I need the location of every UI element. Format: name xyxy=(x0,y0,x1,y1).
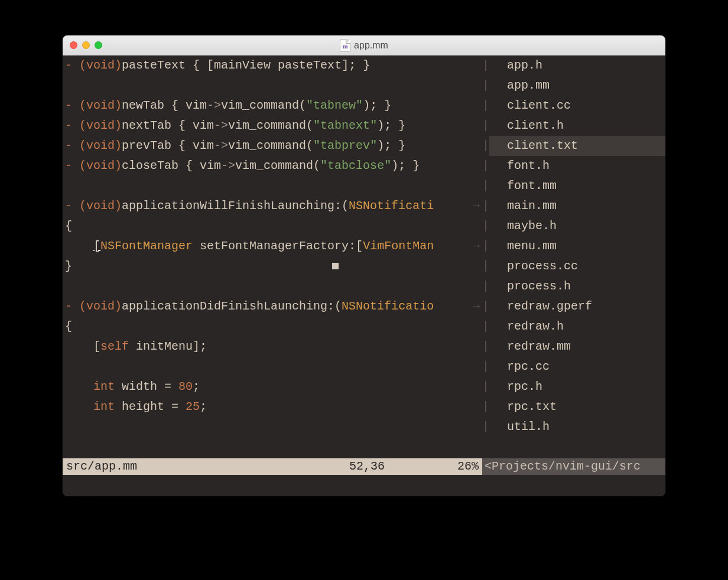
vsplit-segment: | xyxy=(482,417,489,437)
file-list-item[interactable]: app.h xyxy=(489,56,665,76)
traffic-lights xyxy=(63,41,102,49)
status-file-path: src/app.mm xyxy=(66,458,349,475)
status-scroll-percent: 26% xyxy=(450,458,482,475)
zoom-window-button[interactable] xyxy=(95,41,102,49)
vsplit-segment: | xyxy=(482,196,489,216)
file-list-item[interactable]: client.txt xyxy=(489,136,665,156)
file-list-item[interactable]: main.mm xyxy=(489,196,665,216)
titlebar[interactable]: m app.mm xyxy=(63,35,665,56)
code-line[interactable]: - (void)applicationDidFinishLaunching:(N… xyxy=(63,296,482,317)
file-list-item[interactable]: rpc.cc xyxy=(489,357,665,377)
status-left: src/app.mm 52,36 26% xyxy=(63,458,482,475)
file-list-item[interactable]: process.h xyxy=(489,276,665,296)
minimize-window-button[interactable] xyxy=(82,41,90,49)
code-line[interactable]: int width = 80; xyxy=(63,377,482,397)
file-type-icon: m xyxy=(340,39,350,52)
vsplit-segment: | xyxy=(482,136,489,156)
vsplit-segment: | xyxy=(482,56,489,76)
file-list-item[interactable]: font.mm xyxy=(489,176,665,196)
editor-window: m app.mm - (void)pasteText { [mainView p… xyxy=(63,35,665,496)
file-list-item[interactable]: redraw.gperf xyxy=(489,296,665,317)
file-list-item[interactable]: redraw.h xyxy=(489,317,665,337)
window-title-text: app.mm xyxy=(354,40,388,51)
code-line[interactable]: - (void)closeTab { vim->vim_command("tab… xyxy=(63,156,482,176)
file-list-item[interactable]: client.cc xyxy=(489,96,665,116)
code-pane[interactable]: - (void)pasteText { [mainView pasteText]… xyxy=(63,56,482,458)
vsplit-segment: | xyxy=(482,377,489,397)
code-line[interactable]: - (void)nextTab { vim->vim_command("tabn… xyxy=(63,116,482,136)
vsplit-segment: | xyxy=(482,357,489,377)
file-list-item[interactable]: rpc.txt xyxy=(489,397,665,417)
code-line[interactable] xyxy=(63,276,482,296)
vsplit-segment: | xyxy=(482,397,489,417)
file-list-item[interactable]: font.h xyxy=(489,156,665,176)
code-line[interactable] xyxy=(63,76,482,96)
vsplit-segment: | xyxy=(482,317,489,337)
code-line[interactable]: - (void)applicationWillFinishLaunching:(… xyxy=(63,196,482,216)
file-list-item[interactable]: redraw.mm xyxy=(489,337,665,357)
code-line[interactable] xyxy=(63,417,482,437)
code-line[interactable]: { xyxy=(63,317,482,337)
code-line[interactable] xyxy=(63,357,482,377)
code-line[interactable]: } xyxy=(63,256,482,276)
file-list-item[interactable]: process.cc xyxy=(489,256,665,276)
status-right-path: <Projects/nvim-gui/src xyxy=(482,458,665,475)
close-window-button[interactable] xyxy=(70,41,77,49)
line-wrap-icon: → xyxy=(473,236,480,256)
vsplit-segment: | xyxy=(482,96,489,116)
file-list-item[interactable]: client.h xyxy=(489,116,665,136)
code-line[interactable]: [NSFontManager setFontManagerFactory:[Vi… xyxy=(63,236,482,256)
status-bar: src/app.mm 52,36 26% <Projects/nvim-gui/… xyxy=(63,458,665,475)
vsplit-segment: | xyxy=(482,337,489,357)
line-wrap-icon: → xyxy=(473,196,480,216)
vsplit-segment: | xyxy=(482,116,489,136)
editor-body: - (void)pasteText { [mainView pasteText]… xyxy=(63,56,665,458)
code-line[interactable]: - (void)newTab { vim->vim_command("tabne… xyxy=(63,96,482,116)
code-line[interactable]: [self initMenu]; xyxy=(63,337,482,357)
vsplit-segment: | xyxy=(482,236,489,256)
vsplit-segment: | xyxy=(482,76,489,96)
file-list-item[interactable]: maybe.h xyxy=(489,216,665,236)
vsplit-segment: | xyxy=(482,176,489,196)
file-icon-letter: m xyxy=(343,43,348,50)
file-browser-pane[interactable]: app.happ.mmclient.ccclient.hclient.txtfo… xyxy=(489,56,665,458)
code-line[interactable]: int height = 25; xyxy=(63,397,482,417)
window-title: m app.mm xyxy=(340,39,388,52)
code-line[interactable]: { xyxy=(63,216,482,236)
vsplit-segment: | xyxy=(482,156,489,176)
code-line[interactable] xyxy=(63,176,482,196)
status-cursor-position: 52,36 xyxy=(349,458,450,475)
command-line-area[interactable] xyxy=(63,475,665,496)
file-list-item[interactable]: util.h xyxy=(489,417,665,437)
vertical-split-divider[interactable]: ||||||||||||||||||| xyxy=(482,56,489,458)
vsplit-segment: | xyxy=(482,296,489,317)
code-line[interactable]: - (void)pasteText { [mainView pasteText]… xyxy=(63,56,482,76)
code-line[interactable]: - (void)prevTab { vim->vim_command("tabp… xyxy=(63,136,482,156)
vsplit-segment: | xyxy=(482,216,489,236)
file-list-item[interactable]: app.mm xyxy=(489,76,665,96)
vsplit-segment: | xyxy=(482,276,489,296)
line-wrap-icon: → xyxy=(473,296,480,317)
file-list-item[interactable]: rpc.h xyxy=(489,377,665,397)
file-list-item[interactable]: menu.mm xyxy=(489,236,665,256)
vsplit-segment: | xyxy=(482,256,489,276)
